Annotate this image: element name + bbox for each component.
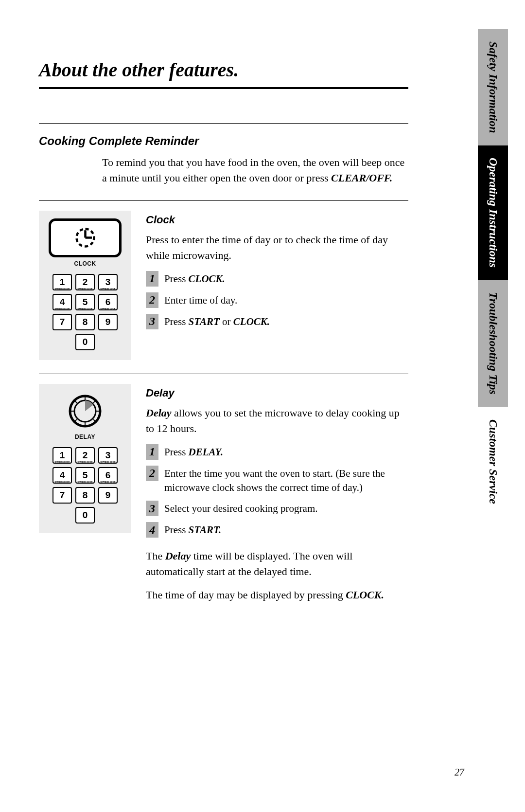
clock-display [49,218,122,257]
heading-delay: Delay [146,387,408,399]
key-4[interactable]: 4EXPRESS COOK [52,294,72,310]
step-text: Press START or CLOCK. [164,314,270,329]
step-text: Press START. [164,522,221,537]
step-number: 2 [146,292,158,308]
step-text: Enter time of day. [164,292,237,307]
heading-reminder: Cooking Complete Reminder [39,134,408,148]
page-content: About the other features. Cooking Comple… [39,58,408,624]
clock-body: Press to enter the time of day or to che… [146,232,408,263]
key-2[interactable]: 2EXPRESS COOK [75,447,95,464]
divider [39,123,408,124]
key-5[interactable]: 5EXPRESS COOK [75,467,95,484]
delay-steps: 1Press DELAY. 2Enter the time you want t… [146,444,408,538]
svg-line-8 [75,401,77,403]
heading-clock: Clock [146,214,408,226]
key-6[interactable]: 6EXPRESS COOK [98,294,118,310]
svg-line-9 [93,419,95,421]
delay-dial-icon [68,394,102,428]
key-7[interactable]: 7 [52,314,72,330]
key-3[interactable]: 3EXPRESS COOK [98,274,118,290]
svg-line-10 [75,419,77,421]
key-0[interactable]: 0 [75,507,95,523]
key-1[interactable]: 1EXPRESS COOK [52,447,72,464]
key-1[interactable]: 1EXPRESS COOK [52,274,72,290]
key-2[interactable]: 2EXPRESS COOK [75,274,95,290]
side-tabs: Safety Information Operating Instruction… [478,29,508,516]
step-number: 3 [146,314,158,329]
key-8[interactable]: 8 [75,487,95,504]
delay-body: Delay allows you to set the microwave to… [146,405,408,436]
tab-operating[interactable]: Operating Instructions [478,145,508,280]
step-number: 1 [146,444,158,460]
key-3[interactable]: 3EXPRESS COOK [98,447,118,464]
delay-panel-label: DELAY [75,433,95,440]
key-5[interactable]: 5EXPRESS COOK [75,294,95,310]
delay-after-1: The Delay time will be displayed. The ov… [146,548,408,579]
delay-panel: DELAY 1EXPRESS COOK 2EXPRESS COOK 3EXPRE… [39,384,131,533]
clock-steps: 1Press CLOCK. 2Enter time of day. 3Press… [146,271,408,329]
svg-line-11 [93,401,95,403]
key-0[interactable]: 0 [75,334,95,350]
page-title: About the other features. [39,58,408,81]
key-9[interactable]: 9 [98,487,118,504]
step-text: Press DELAY. [164,444,223,459]
step-number: 1 [146,271,158,287]
key-6[interactable]: 6EXPRESS COOK [98,467,118,484]
key-7[interactable]: 7 [52,487,72,504]
key-9[interactable]: 9 [98,314,118,330]
step-text: Select your desired cooking program. [164,501,318,516]
clock-icon [74,227,96,249]
key-8[interactable]: 8 [75,314,95,330]
tab-troubleshooting[interactable]: Troubleshooting Tips [478,280,508,407]
reminder-text: To remind you that you have food in the … [102,155,408,186]
tab-safety[interactable]: Safety Information [478,29,508,145]
clock-section: CLOCK 1EXPRESS COOK 2EXPRESS COOK 3EXPRE… [39,201,408,374]
step-number: 3 [146,501,158,516]
step-number: 4 [146,522,158,538]
delay-display [49,392,122,431]
delay-after-2: The time of day may be displayed by pres… [146,587,408,603]
step-text: Press CLOCK. [164,271,225,286]
delay-keypad: 1EXPRESS COOK 2EXPRESS COOK 3EXPRESS COO… [52,447,118,523]
clock-panel-label: CLOCK [74,260,96,267]
clock-keypad: 1EXPRESS COOK 2EXPRESS COOK 3EXPRESS COO… [52,274,118,350]
key-4[interactable]: 4EXPRESS COOK [52,467,72,484]
step-text: Enter the time you want the oven to star… [164,466,408,495]
tab-customer-service[interactable]: Customer Service [478,407,508,516]
title-rule [39,87,408,89]
delay-section: DELAY 1EXPRESS COOK 2EXPRESS COOK 3EXPRE… [39,374,408,624]
step-number: 2 [146,466,158,481]
clock-panel: CLOCK 1EXPRESS COOK 2EXPRESS COOK 3EXPRE… [39,211,131,360]
page-number: 27 [455,767,464,778]
